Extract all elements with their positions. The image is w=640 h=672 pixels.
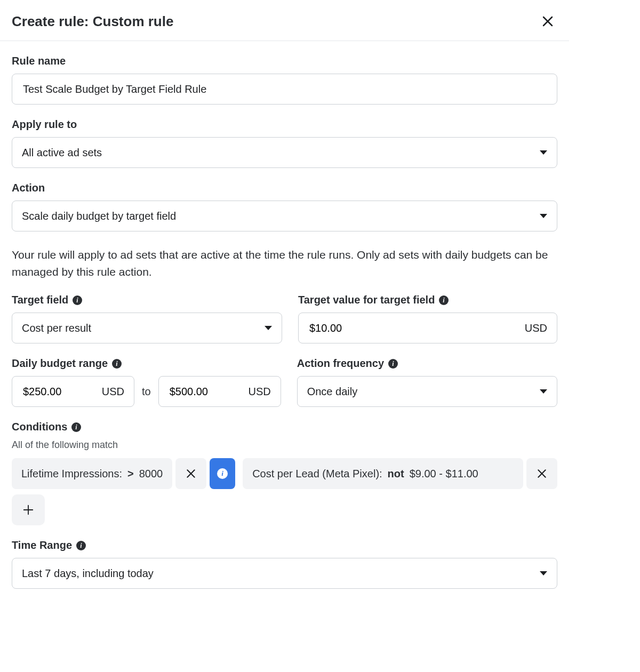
apply-rule-to-select[interactable]: All active ad sets — [12, 137, 557, 168]
rule-name-label: Rule name — [12, 55, 557, 67]
target-field-label: Target field i — [12, 294, 282, 306]
currency-label: USD — [248, 386, 270, 398]
remove-condition-button[interactable] — [175, 458, 206, 489]
time-range-select[interactable]: Last 7 days, including today — [12, 558, 557, 589]
time-range-label: Time Range i — [12, 539, 557, 551]
action-frequency-select[interactable]: Once daily — [297, 376, 557, 407]
chevron-down-icon — [265, 326, 272, 330]
info-icon: i — [217, 468, 228, 479]
budget-min-input-wrap: USD — [12, 376, 134, 407]
target-value-input[interactable] — [308, 322, 518, 335]
action-value: Scale daily budget by target field — [22, 210, 176, 222]
budget-min-input[interactable] — [22, 385, 95, 398]
budget-max-input[interactable] — [169, 385, 242, 398]
currency-label: USD — [102, 386, 124, 398]
time-range-value: Last 7 days, including today — [22, 567, 154, 580]
plus-icon — [22, 504, 34, 516]
close-icon — [541, 15, 554, 28]
condition-chip[interactable]: Cost per Lead (Meta Pixel): not $9.00 - … — [243, 458, 523, 489]
currency-label: USD — [525, 322, 547, 334]
apply-rule-to-label: Apply rule to — [12, 118, 557, 131]
page-title: Create rule: Custom rule — [12, 13, 173, 30]
daily-budget-range-label: Daily budget range i — [12, 357, 281, 370]
close-icon — [537, 468, 547, 479]
target-value-input-wrap: USD — [298, 313, 557, 343]
condition-connector-info[interactable]: i — [210, 458, 235, 489]
info-icon[interactable]: i — [388, 359, 398, 369]
budget-max-input-wrap: USD — [158, 376, 281, 407]
svg-text:i: i — [221, 469, 223, 477]
info-icon[interactable]: i — [76, 541, 86, 550]
target-field-value: Cost per result — [22, 322, 91, 334]
target-field-select[interactable]: Cost per result — [12, 313, 282, 343]
condition-field: Cost per Lead (Meta Pixel): — [252, 468, 382, 480]
condition-chip[interactable]: Lifetime Impressions: > 8000 — [12, 458, 172, 489]
action-frequency-label: Action frequency i — [297, 357, 557, 370]
chevron-down-icon — [540, 571, 547, 575]
action-frequency-value: Once daily — [307, 386, 358, 398]
action-helper-text: Your rule will apply to ad sets that are… — [12, 246, 557, 280]
conditions-subtext: All of the following match — [12, 439, 557, 451]
conditions-row: Lifetime Impressions: > 8000 i Cost per … — [12, 458, 557, 489]
close-icon — [186, 468, 196, 479]
condition-value: $9.00 - $11.00 — [410, 468, 478, 480]
rule-name-input-wrap — [12, 74, 557, 105]
condition-operator: not — [388, 468, 404, 480]
range-connector: to — [142, 386, 151, 398]
budget-range-row: USD to USD — [12, 376, 281, 407]
action-label: Action — [12, 182, 557, 194]
info-icon[interactable]: i — [112, 359, 122, 369]
condition-operator: > — [127, 468, 134, 480]
rule-name-input[interactable] — [22, 83, 547, 96]
info-icon[interactable]: i — [439, 295, 449, 305]
remove-condition-button[interactable] — [526, 458, 557, 489]
condition-field: Lifetime Impressions: — [21, 468, 122, 480]
modal-header: Create rule: Custom rule — [0, 0, 569, 41]
chevron-down-icon — [540, 214, 547, 218]
target-value-label: Target value for target field i — [298, 294, 557, 306]
apply-rule-to-value: All active ad sets — [22, 147, 102, 159]
action-select[interactable]: Scale daily budget by target field — [12, 201, 557, 231]
info-icon[interactable]: i — [73, 295, 82, 305]
close-button[interactable] — [538, 12, 557, 31]
chevron-down-icon — [540, 389, 547, 394]
info-icon[interactable]: i — [71, 422, 81, 432]
chevron-down-icon — [540, 150, 547, 155]
condition-value: 8000 — [139, 468, 163, 480]
conditions-label: Conditions i — [12, 421, 557, 433]
add-condition-button[interactable] — [12, 494, 45, 525]
